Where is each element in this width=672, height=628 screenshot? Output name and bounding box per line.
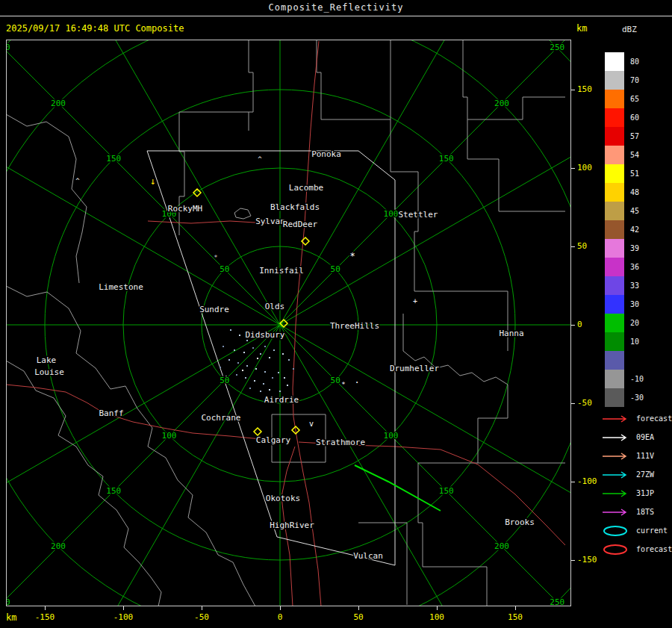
colorbar-row: 70 xyxy=(605,71,653,90)
colorbar-row: 10 xyxy=(605,332,653,351)
colorbar-swatch xyxy=(605,314,624,332)
echo-dot xyxy=(245,377,246,379)
legend-item-label: 27ZW xyxy=(636,470,654,479)
window-title: Composite_Reflectivity xyxy=(269,2,404,13)
y-tick-label: -50 xyxy=(577,398,592,408)
echo-dot xyxy=(252,347,254,349)
county-boundary-line xyxy=(6,286,255,606)
map-symbol: * xyxy=(341,381,345,388)
colorbar-row: 57 xyxy=(605,127,653,146)
echo-dot xyxy=(260,353,261,355)
radar-map-canvas[interactable]: 5050505010010010010015015015015020020020… xyxy=(6,40,571,606)
legend-item: 31JP xyxy=(602,484,672,503)
colorbar-value-label: 45 xyxy=(630,207,653,215)
colorbar-value-label: 36 xyxy=(630,263,653,271)
city-label: Drumheller xyxy=(390,364,440,373)
y-tick-label: 50 xyxy=(577,241,587,251)
azimuth-line xyxy=(280,325,571,529)
range-ring-label: 50 xyxy=(331,264,340,274)
colorbar-swatch xyxy=(605,164,624,183)
range-ring-label: 100 xyxy=(384,209,399,219)
colorbar-swatch xyxy=(605,351,624,370)
echo-dot xyxy=(228,359,230,361)
city-label: Lake xyxy=(37,355,57,365)
legend-item: 18TS xyxy=(602,503,672,521)
echo-dot xyxy=(223,346,224,347)
x-tick-label: 150 xyxy=(499,612,532,622)
x-tick xyxy=(123,606,124,610)
echo-dot xyxy=(230,329,231,331)
colorbar-row: 48 xyxy=(605,183,653,202)
colorbar-row: 45 xyxy=(605,202,653,220)
county-boundary-line xyxy=(414,291,508,351)
y-axis-unit-label: km xyxy=(576,23,587,34)
colorbar-swatch xyxy=(605,108,624,127)
colorbar-value-label: 48 xyxy=(630,188,653,196)
colorbar-value-label: 57 xyxy=(630,132,653,140)
window-title-bar: Composite_Reflectivity xyxy=(0,0,672,16)
city-label: Didsbury xyxy=(246,330,285,340)
echo-dot xyxy=(234,349,235,351)
range-ring-label: 150 xyxy=(439,154,454,164)
range-ring-label: 100 xyxy=(162,431,177,441)
legend-arrow-icon xyxy=(602,450,632,462)
colorbar-swatch xyxy=(605,71,624,90)
legend-arrow-icon xyxy=(602,506,632,518)
colorbar-row xyxy=(605,351,653,370)
colorbar-swatch xyxy=(605,90,624,108)
legend-item-label: forecast xyxy=(636,414,672,423)
echo-dot xyxy=(246,340,248,341)
echo-dot xyxy=(263,383,264,385)
y-tick xyxy=(571,90,575,90)
highway-line xyxy=(299,442,565,545)
county-boundary-line xyxy=(234,208,251,219)
y-tick xyxy=(571,403,575,404)
colorbar-value-label: 42 xyxy=(630,226,653,234)
range-ring-label: 200 xyxy=(51,99,66,108)
echo-dot xyxy=(282,353,284,355)
y-tick-label: 150 xyxy=(577,84,592,94)
colorbar-row: -10 xyxy=(605,370,653,388)
legend-item-label: 31JP xyxy=(636,489,654,497)
city-label: RedDeer xyxy=(283,220,318,229)
colorbar-swatch xyxy=(605,332,624,351)
legend-item-label: 111V xyxy=(636,452,654,460)
x-tick-label: 50 xyxy=(342,612,375,622)
radar-display[interactable]: 5050505010010010010015015015015020020020… xyxy=(6,40,571,606)
colorbar-row: -30 xyxy=(605,388,653,407)
colorbar-swatch xyxy=(605,146,624,164)
city-label: Banff xyxy=(99,408,123,418)
county-boundary-line xyxy=(467,119,565,211)
county-boundary-line xyxy=(249,40,253,131)
colorbar-swatch xyxy=(605,258,624,276)
echo-dot xyxy=(264,371,266,373)
x-tick-label: 0 xyxy=(264,612,296,622)
y-tick-label: 100 xyxy=(577,163,592,172)
y-tick-label: -150 xyxy=(577,555,597,565)
legend-arrow-icon xyxy=(602,469,632,481)
azimuth-line xyxy=(280,325,484,606)
colorbar-value-label: 51 xyxy=(630,170,653,178)
county-boundary-line xyxy=(478,385,565,463)
echo-dot xyxy=(264,346,266,347)
echo-dot xyxy=(257,358,258,359)
legend-arrow-icon xyxy=(602,488,632,500)
legend-item-label: 09EA xyxy=(636,433,654,441)
colorbar-value-label: 60 xyxy=(630,114,653,122)
echo-dot xyxy=(273,349,275,351)
echo-dot xyxy=(288,359,290,361)
colorbar-row: 20 xyxy=(605,314,653,332)
x-tick xyxy=(202,606,202,610)
x-tick xyxy=(45,606,46,610)
colorbar-value-label: -30 xyxy=(630,394,653,402)
map-symbol: ^ xyxy=(75,177,80,184)
echo-dot xyxy=(293,368,294,370)
colorbar-value-label: 70 xyxy=(630,76,653,84)
storm-legend: forecast09EA111V27ZW31JP18TScurrentforec… xyxy=(602,409,672,559)
colorbar-swatch xyxy=(605,127,624,146)
x-tick-label: -100 xyxy=(107,612,140,622)
x-tick-label: 100 xyxy=(420,612,453,622)
legend-item-label: current xyxy=(636,526,668,535)
colorbar-row: 51 xyxy=(605,164,653,183)
x-tick xyxy=(358,606,359,610)
